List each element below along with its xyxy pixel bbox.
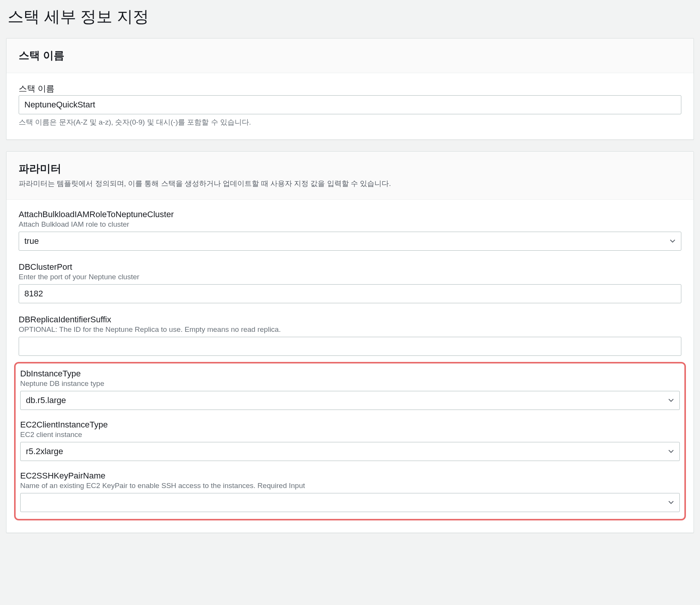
field-attach-bulkload: AttachBulkloadIAMRoleToNeptuneCluster At…: [19, 210, 681, 251]
panel-parameters: 파라미터 파라미터는 템플릿에서 정의되며, 이를 통해 스택을 생성하거나 업…: [6, 151, 694, 533]
hint-stack-name: 스택 이름은 문자(A-Z 및 a-z), 숫자(0-9) 및 대시(-)를 포…: [19, 117, 681, 127]
panel-header-parameters: 파라미터 파라미터는 템플릿에서 정의되며, 이를 통해 스택을 생성하거나 업…: [6, 152, 694, 200]
select-db-instance-type[interactable]: db.r5.large: [20, 391, 680, 410]
input-db-cluster-port[interactable]: [19, 284, 681, 303]
select-ec2-client-instance-type[interactable]: r5.2xlarge: [20, 442, 680, 461]
input-db-replica-id-suffix[interactable]: [19, 337, 681, 356]
field-ec2-client-instance-type: EC2ClientInstanceType EC2 client instanc…: [20, 420, 680, 461]
help-attach-bulkload: Attach Bulkload IAM role to cluster: [19, 220, 681, 229]
panel-subtitle-parameters: 파라미터는 템플릿에서 정의되며, 이를 통해 스택을 생성하거나 업데이트할 …: [19, 178, 681, 189]
field-stack-name: 스택 이름 스택 이름은 문자(A-Z 및 a-z), 숫자(0-9) 및 대시…: [19, 83, 681, 127]
panel-title-stack-name: 스택 이름: [19, 48, 681, 63]
help-ec2-client-instance-type: EC2 client instance: [20, 431, 680, 439]
panel-stack-name: 스택 이름 스택 이름 스택 이름은 문자(A-Z 및 a-z), 숫자(0-9…: [6, 38, 694, 140]
help-ec2-ssh-keypair-name: Name of an existing EC2 KeyPair to enabl…: [20, 482, 680, 490]
panel-header-stack-name: 스택 이름: [6, 38, 694, 73]
highlight-annotation: DbInstanceType Neptune DB instance type …: [14, 362, 686, 520]
help-db-cluster-port: Enter the port of your Neptune cluster: [19, 273, 681, 281]
page-title: 스택 세부 정보 지정: [8, 6, 694, 27]
label-db-instance-type: DbInstanceType: [20, 369, 680, 379]
label-db-cluster-port: DBClusterPort: [19, 262, 681, 272]
select-ec2-ssh-keypair-name[interactable]: [20, 493, 680, 512]
label-attach-bulkload: AttachBulkloadIAMRoleToNeptuneCluster: [19, 210, 681, 219]
label-ec2-client-instance-type: EC2ClientInstanceType: [20, 420, 680, 430]
field-db-instance-type: DbInstanceType Neptune DB instance type …: [20, 369, 680, 410]
help-db-replica-id-suffix: OPTIONAL: The ID for the Neptune Replica…: [19, 325, 681, 334]
input-stack-name[interactable]: [19, 95, 681, 114]
field-db-replica-id-suffix: DBReplicaIdentifierSuffix OPTIONAL: The …: [19, 315, 681, 356]
field-db-cluster-port: DBClusterPort Enter the port of your Nep…: [19, 262, 681, 303]
select-attach-bulkload[interactable]: true: [19, 232, 681, 251]
help-db-instance-type: Neptune DB instance type: [20, 379, 680, 388]
label-stack-name: 스택 이름: [19, 83, 681, 94]
label-ec2-ssh-keypair-name: EC2SSHKeyPairName: [20, 471, 680, 481]
label-db-replica-id-suffix: DBReplicaIdentifierSuffix: [19, 315, 681, 325]
field-ec2-ssh-keypair-name: EC2SSHKeyPairName Name of an existing EC…: [20, 471, 680, 512]
panel-title-parameters: 파라미터: [19, 162, 681, 176]
